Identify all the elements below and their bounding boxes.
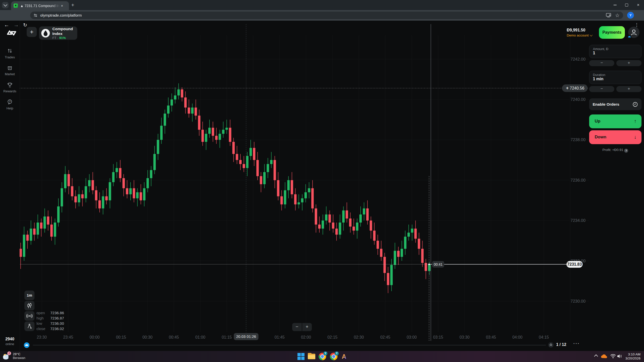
url-bar[interactable] — [30, 12, 623, 19]
trade-up-button[interactable]: Up ↑ — [589, 114, 641, 128]
countdown-tag: 00:41 — [432, 261, 444, 268]
svg-text:23:45: 23:45 — [63, 335, 73, 339]
duration-decrease-button[interactable]: − — [589, 86, 614, 92]
browser-tabstrip: ▲ 7231.71 Compound Index | Tr × + × — [0, 0, 644, 10]
sidebar-item-trades[interactable]: Trades — [0, 48, 20, 59]
duration-increase-button[interactable]: + — [616, 86, 641, 92]
timeframe-button[interactable]: 1m — [24, 291, 34, 300]
svg-text:7240.00: 7240.00 — [571, 97, 586, 102]
wifi-icon[interactable] — [610, 354, 616, 358]
svg-text:03:15: 03:15 — [433, 335, 443, 339]
open-label: open — [36, 311, 46, 315]
window-close-button[interactable]: × — [632, 0, 644, 10]
new-tab-button[interactable]: + — [71, 2, 74, 8]
price-chart[interactable]: 23:3023:4500:0000:1500:3000:4501:0001:15… — [0, 0, 644, 362]
svg-text:03:00: 03:00 — [407, 335, 417, 339]
file-explorer-button[interactable] — [308, 353, 315, 359]
svg-text:00:30: 00:30 — [142, 335, 153, 339]
sidebar-item-help[interactable]: ? Help — [0, 99, 20, 110]
ohlc-tooltip: open7236.86 high7236.87 low7236.00 close… — [36, 310, 64, 331]
chart-axes: 23:3023:4500:0000:1500:3000:4501:0001:15… — [37, 57, 586, 340]
up-arrow-icon: ↑ — [634, 118, 636, 124]
amount-field[interactable]: Amount, Đ 1 — [589, 45, 641, 58]
asset-tab[interactable]: Compound Index FT · 91% — [39, 26, 77, 40]
reload-button[interactable]: ↻ — [23, 22, 27, 28]
rewards-icon — [7, 82, 13, 88]
svg-text:02:15: 02:15 — [327, 335, 337, 339]
url-text[interactable]: olymptrade.com/platform — [40, 12, 82, 19]
weather-widget[interactable]: 2 28°C Berawan — [2, 352, 25, 360]
forward-button[interactable]: → — [14, 22, 19, 28]
clock-icon — [632, 102, 638, 107]
candlesticks — [19, 83, 430, 293]
site-favicon-icon — [14, 4, 18, 8]
bookmark-star-icon[interactable]: ☆ — [615, 12, 620, 19]
svg-text:02:45: 02:45 — [380, 335, 390, 339]
chart-more-menu[interactable]: ··· — [573, 341, 580, 346]
trades-icon — [7, 48, 13, 54]
svg-text:02:30: 02:30 — [354, 335, 364, 339]
install-app-icon[interactable] — [606, 13, 612, 18]
profile-status-badge — [627, 35, 631, 39]
asset-type: FT · — [52, 36, 58, 40]
zoom-out-button[interactable]: − — [292, 323, 302, 331]
low-value: 7236.00 — [50, 321, 64, 326]
chrome-icon: Y — [330, 353, 337, 360]
weather-temp: 28°C — [13, 352, 25, 356]
browser-tab[interactable]: ▲ 7231.71 Compound Index | Tr × — [11, 1, 69, 10]
svg-text:01:00: 01:00 — [195, 335, 205, 339]
trade-down-button[interactable]: Down ↓ — [589, 130, 641, 144]
arc-app-icon: A — [342, 353, 346, 360]
current-price-tag: 7231.83 — [566, 261, 583, 268]
chrome-window-2-button[interactable]: Y — [330, 353, 337, 360]
sidebar-item-rewards[interactable]: Rewards — [0, 82, 20, 93]
chevron-down-icon — [590, 33, 592, 36]
svg-text:02:00: 02:00 — [301, 335, 311, 339]
zoom-in-button[interactable]: + — [302, 323, 312, 331]
stacked-chevrons-icon — [548, 342, 554, 348]
candlestick-icon — [27, 303, 32, 309]
weather-desc: Berawan — [13, 356, 25, 360]
browser-menu-button[interactable]: ⋮ — [634, 22, 639, 28]
tab-close-icon[interactable]: × — [61, 4, 63, 8]
high-value: 7236.87 — [50, 316, 64, 320]
drawing-tools-button[interactable] — [24, 321, 34, 331]
svg-text:00:45: 00:45 — [169, 335, 179, 339]
chart-grid — [20, 35, 589, 332]
down-label: Down — [595, 135, 606, 140]
tray-clock[interactable]: 3:10 AM 3/20/2026 — [625, 352, 640, 360]
help-icon: ? — [7, 99, 13, 105]
browser-profile-avatar[interactable]: Y — [627, 12, 634, 19]
back-button[interactable]: ← — [4, 22, 9, 28]
chrome-window-1-button[interactable]: Y — [319, 353, 326, 360]
profit-label: Profit: +Đ0.91 — [602, 148, 623, 152]
chart-overlays: 00:41+7240.567231.8320.03 01:26 — [20, 24, 589, 341]
duration-field[interactable]: Duration 1 min — [589, 71, 641, 84]
tray-expand-button[interactable] — [595, 355, 597, 358]
chrome-profile-badge: Y — [323, 351, 327, 355]
window-minimize-button[interactable] — [609, 0, 621, 10]
volume-icon[interactable] — [617, 354, 622, 359]
pinned-app-button[interactable]: A — [342, 353, 346, 360]
sidebar-item-market[interactable]: Market — [0, 65, 20, 76]
amount-increase-button[interactable]: + — [616, 60, 641, 66]
chevron-up-icon — [594, 354, 598, 358]
chart-type-button[interactable] — [24, 301, 34, 310]
add-asset-button[interactable]: + — [27, 27, 37, 37]
signals-button[interactable] — [24, 311, 34, 321]
help-question-icon[interactable]: ? — [624, 149, 628, 153]
support-chat-button[interactable] — [24, 342, 29, 348]
account-balance: Đ9,991.50 — [567, 28, 585, 32]
svg-text:7236.00: 7236.00 — [571, 178, 586, 182]
cloudflare-tray-icon[interactable] — [600, 354, 608, 359]
jump-to-latest-button[interactable] — [548, 342, 554, 348]
account-switcher[interactable]: Demo account — [567, 33, 592, 37]
window-maximize-button[interactable] — [621, 0, 632, 10]
tab-search-button[interactable] — [2, 2, 9, 8]
payments-button[interactable]: Payments — [599, 26, 625, 39]
amount-decrease-button[interactable]: − — [589, 60, 614, 66]
chart-scrollbar[interactable] — [33, 345, 546, 346]
enable-orders-button[interactable]: Enable Orders — [589, 98, 641, 110]
svg-text:00:41: 00:41 — [434, 262, 442, 266]
start-button[interactable] — [297, 353, 305, 360]
